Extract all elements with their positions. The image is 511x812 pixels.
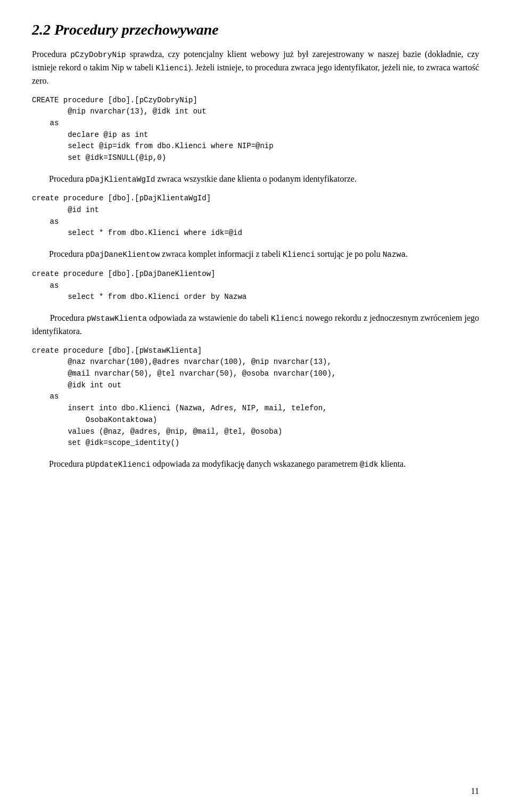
proc-name-czy-dobry-nip: pCzyDobryNip (70, 51, 126, 59)
pdaj-dane-paragraph: Procedura pDajDaneKlientow zwraca komple… (32, 248, 479, 261)
proc-name-pdaj-dane-klientow: pDajDaneKlientow (86, 250, 160, 259)
pupdate-paragraph: Procedura pUpdateKlienci odpowiada za mo… (32, 458, 479, 471)
code-block-pdaj-klienta-wg-id: create procedure [dbo].[pDajKlientaWgId]… (32, 193, 479, 239)
table-name-klienci-3: Klienci (271, 314, 303, 323)
code-block-pdaj-dane-klientow: create procedure [dbo].[pDajDaneKlientow… (32, 269, 479, 303)
proc-name-pwstaw-klienta: pWstawKlienta (87, 314, 147, 323)
pwstaw-paragraph: Procedura pWstawKlienta odpowiada za wst… (32, 312, 479, 338)
page-number: 11 (471, 786, 479, 796)
proc-name-pdaj-klienta-wg-id: pDajKlientaWgId (86, 175, 155, 184)
pdaj-wg-id-paragraph: Procedura pDajKlientaWgId zwraca wszystk… (32, 173, 479, 186)
table-name-klienci-2: Klienci (283, 250, 315, 259)
proc-name-pupdate-klienci: pUpdateKlienci (86, 460, 151, 469)
code-block-czy-dobry-nip: CREATE procedure [dbo].[pCzyDobryNip] @n… (32, 95, 479, 164)
code-block-pwstaw-klienta: create procedure [dbo].[pWstawKlienta] @… (32, 345, 479, 449)
param-idk: @idk (360, 460, 378, 469)
table-name-klienci-1: Klienci (156, 64, 188, 72)
section-heading: 2.2 Procedury przechowywane (32, 21, 479, 38)
column-name-nazwa: Nazwa (383, 250, 406, 259)
intro-paragraph: Procedura pCzyDobryNip sprawdza, czy pot… (32, 48, 479, 87)
